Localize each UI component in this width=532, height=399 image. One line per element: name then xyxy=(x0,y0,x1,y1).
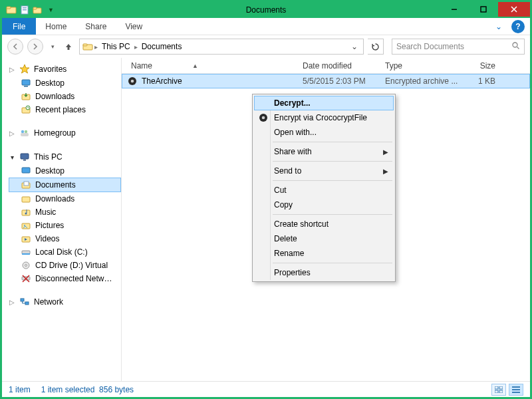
chevron-right-icon[interactable]: ▸ xyxy=(134,43,138,51)
status-selection: 1 item selected xyxy=(41,385,95,394)
maximize-button[interactable] xyxy=(469,2,498,17)
svg-rect-21 xyxy=(23,160,26,161)
computer-icon xyxy=(19,152,30,162)
svg-rect-19 xyxy=(21,133,29,136)
file-type: Encrypted archive ... xyxy=(381,76,462,86)
svg-point-11 xyxy=(513,43,517,47)
view-thumbnails-button[interactable] xyxy=(491,384,506,396)
breadcrumb-thispc[interactable]: This PC xyxy=(99,42,133,51)
view-details-button[interactable] xyxy=(509,384,523,396)
qat-dropdown-icon[interactable]: ▼ xyxy=(46,7,56,13)
svg-rect-42 xyxy=(495,390,498,393)
svg-rect-44 xyxy=(512,386,520,388)
svg-rect-43 xyxy=(499,390,503,393)
sidebar-network[interactable]: ▷ Network xyxy=(9,295,121,309)
sidebar-item-videos[interactable]: Videos xyxy=(9,232,121,245)
sidebar-item-localdisk[interactable]: Local Disk (C:) xyxy=(9,245,121,259)
chevron-right-icon[interactable]: ▷ xyxy=(9,299,15,306)
folder-app-icon xyxy=(6,5,17,15)
svg-rect-7 xyxy=(452,9,457,10)
svg-rect-12 xyxy=(22,80,30,85)
ctx-encrypt[interactable]: Encrypt via CrococryptFile xyxy=(254,110,394,125)
search-input[interactable]: Search Documents xyxy=(392,39,525,55)
ctx-rename[interactable]: Rename xyxy=(254,246,394,261)
svg-rect-40 xyxy=(495,386,498,389)
sidebar-item-downloads[interactable]: Downloads xyxy=(9,90,121,103)
column-date[interactable]: Date modified xyxy=(299,61,381,70)
sidebar-item-recent[interactable]: Recent places xyxy=(9,103,121,116)
close-button[interactable] xyxy=(498,2,530,17)
sidebar-label: This PC xyxy=(34,152,63,162)
svg-rect-41 xyxy=(499,386,503,389)
sidebar-item-cddrive[interactable]: CD Drive (D:) Virtual xyxy=(9,259,121,272)
svg-point-17 xyxy=(21,130,24,133)
help-button[interactable]: ? xyxy=(511,20,525,33)
refresh-button[interactable] xyxy=(368,39,384,55)
ctx-separator xyxy=(273,161,392,162)
ctx-openwith[interactable]: Open with... xyxy=(254,125,394,140)
svg-point-18 xyxy=(25,130,27,133)
svg-rect-37 xyxy=(25,302,29,305)
up-button[interactable] xyxy=(62,40,75,53)
qat-properties-icon[interactable] xyxy=(19,5,30,15)
titlebar[interactable]: ▼ Documents xyxy=(2,2,530,18)
ctx-properties[interactable]: Properties xyxy=(254,265,394,280)
ctx-copy[interactable]: Copy xyxy=(254,198,394,212)
minimize-button[interactable] xyxy=(440,2,469,17)
sidebar-item-netdrive[interactable]: Disconnected Network Drive xyxy=(9,272,121,285)
forward-button[interactable] xyxy=(27,39,43,55)
address-bar[interactable]: ▸ This PC ▸ Documents ⌄ xyxy=(79,39,364,55)
desktop-icon xyxy=(21,166,31,176)
sidebar-item-documents[interactable]: Documents xyxy=(9,178,121,192)
sidebar-label: Homegroup xyxy=(34,128,76,138)
breadcrumb-documents[interactable]: Documents xyxy=(139,42,185,51)
status-bar: 1 item 1 item selected 856 bytes xyxy=(2,381,530,397)
file-row[interactable]: TheArchive 5/5/2015 2:03 PM Encrypted ar… xyxy=(122,74,530,88)
column-name[interactable]: Name▲ xyxy=(127,61,299,70)
ctx-cut[interactable]: Cut xyxy=(254,183,394,198)
column-size[interactable]: Size xyxy=(462,61,499,70)
star-icon xyxy=(19,64,30,74)
ctx-sendto[interactable]: Send to▶ xyxy=(254,164,394,178)
chevron-down-icon[interactable]: ▾ xyxy=(9,154,15,161)
file-date: 5/5/2015 2:03 PM xyxy=(299,76,381,86)
sidebar-thispc[interactable]: ▾ This PC xyxy=(9,150,121,164)
file-tab[interactable]: File xyxy=(2,18,36,35)
chevron-right-icon[interactable]: ▷ xyxy=(9,130,15,137)
ctx-decrypt[interactable]: Decrypt... xyxy=(254,96,394,110)
ctx-delete[interactable]: Delete xyxy=(254,231,394,246)
ctx-sharewith[interactable]: Share with▶ xyxy=(254,144,394,159)
sidebar-item-music[interactable]: Music xyxy=(9,205,121,219)
cd-icon xyxy=(21,260,31,271)
tab-share[interactable]: Share xyxy=(76,18,116,35)
sidebar-item-desktop[interactable]: Desktop xyxy=(9,76,121,90)
address-dropdown-icon[interactable]: ⌄ xyxy=(348,42,360,51)
column-type[interactable]: Type xyxy=(381,61,462,70)
qat-newfolder-icon[interactable] xyxy=(33,5,43,15)
ctx-createshortcut[interactable]: Create shortcut xyxy=(254,217,394,231)
column-headers[interactable]: Name▲ Date modified Type Size xyxy=(122,58,530,74)
sidebar-favorites[interactable]: ▷ Favorites xyxy=(9,62,121,76)
svg-rect-4 xyxy=(23,9,27,11)
back-button[interactable] xyxy=(7,39,23,55)
videos-icon xyxy=(21,233,31,244)
context-menu: Decrypt... Encrypt via CrococryptFile Op… xyxy=(252,94,396,282)
ribbon: File Home Share View ⌄ ? xyxy=(2,18,530,35)
svg-point-27 xyxy=(25,213,27,215)
ctx-separator xyxy=(273,180,392,181)
ribbon-expand-icon[interactable]: ⌄ xyxy=(489,18,509,35)
recent-locations-icon[interactable]: ▾ xyxy=(47,41,58,52)
tab-home[interactable]: Home xyxy=(36,18,76,35)
chevron-right-icon[interactable]: ▷ xyxy=(9,66,15,73)
sidebar-item-pictures[interactable]: Pictures xyxy=(9,219,121,232)
tab-view[interactable]: View xyxy=(116,18,152,35)
svg-rect-20 xyxy=(21,154,29,159)
svg-rect-1 xyxy=(7,7,11,9)
sidebar-homegroup[interactable]: ▷ Homegroup xyxy=(9,126,121,140)
sidebar-item-downloads[interactable]: Downloads xyxy=(9,192,121,205)
chevron-right-icon[interactable]: ▸ xyxy=(94,43,98,51)
sidebar-item-desktop[interactable]: Desktop xyxy=(9,164,121,178)
ctx-separator xyxy=(273,263,392,263)
downloads-icon xyxy=(21,91,31,102)
nav-pane[interactable]: ▷ Favorites Desktop Downloads Recent pla… xyxy=(2,58,122,381)
